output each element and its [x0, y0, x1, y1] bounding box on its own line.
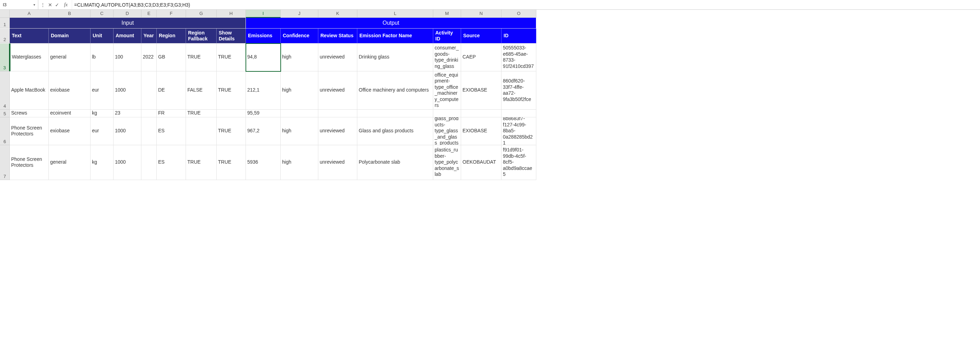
cancel-icon[interactable]: ✕ [48, 2, 52, 7]
menu-dots-icon[interactable]: ⋮ [40, 2, 45, 7]
cell[interactable]: high [281, 43, 318, 71]
cell[interactable]: 2022 [142, 43, 157, 71]
cell[interactable]: eur [91, 118, 113, 145]
cell[interactable]: EXIOBASE [461, 118, 501, 145]
row-header[interactable]: 2 [0, 29, 10, 43]
cell[interactable]: kg [91, 145, 113, 180]
cell[interactable]: Screws [10, 110, 49, 118]
cell[interactable]: TRUE [216, 71, 246, 110]
cell[interactable]: 94,8 [246, 43, 281, 71]
column-header[interactable]: J [281, 10, 318, 18]
column-header[interactable]: E [142, 10, 157, 18]
cell[interactable]: consumer_goods-type_drinking_glass [433, 43, 461, 71]
cell[interactable]: unreviewed [318, 118, 357, 145]
cell[interactable]: Phone Screen Protectors [10, 118, 49, 145]
cell[interactable]: 23 [113, 110, 142, 118]
cell[interactable]: plastics_rubber-type_polycarbonate_slab [433, 145, 461, 180]
cell[interactable]: ES [157, 118, 186, 145]
column-header[interactable]: A [10, 10, 49, 18]
column-header[interactable]: B [49, 10, 91, 18]
cell[interactable]: unreviewed [318, 43, 357, 71]
cell[interactable]: ecoinvent [49, 110, 91, 118]
cell[interactable]: Waterglasses [10, 43, 49, 71]
cell[interactable] [142, 118, 157, 145]
cell[interactable]: 100 [113, 43, 142, 71]
cell[interactable]: OEKOBAUDAT [461, 145, 501, 180]
cell[interactable]: unreviewed [318, 145, 357, 180]
row-header[interactable]: 7 [0, 145, 10, 180]
column-header[interactable]: L [357, 10, 433, 18]
cell[interactable] [216, 110, 246, 118]
cell[interactable]: Office machinery and computers [357, 71, 433, 110]
cell[interactable]: TRUE [186, 145, 216, 180]
cell[interactable]: TRUE [186, 43, 216, 71]
cell[interactable]: glass_products-type_glass_and_glass_prod… [433, 118, 461, 145]
cell[interactable]: office_equipment-type_office_machinery_c… [433, 71, 461, 110]
cell[interactable]: TRUE [216, 43, 246, 71]
cell[interactable]: exiobase [49, 118, 91, 145]
cell[interactable]: GB [157, 43, 186, 71]
cell[interactable]: 212,1 [246, 71, 281, 110]
cell[interactable]: lb [91, 43, 113, 71]
row-header[interactable]: 6 [0, 118, 10, 145]
cell[interactable]: TRUE [216, 145, 246, 180]
cell[interactable]: 1000 [113, 71, 142, 110]
cell[interactable]: 8b8683f7-f127-4c99-8ba5-0a288285bd21 [501, 118, 536, 145]
cell[interactable]: Drinking glass [357, 43, 433, 71]
formula-input[interactable]: =CLIMATIQ.AUTOPILOT(A3;B3;C3;D3;E3;F3;G3… [72, 0, 980, 10]
spreadsheet-grid[interactable]: ABCDEFGHIJKLMNO1InputOutput2TextDomainUn… [0, 10, 980, 180]
cell[interactable]: CAEP [461, 43, 501, 71]
fx-icon[interactable]: fx [62, 2, 70, 7]
column-header[interactable]: G [186, 10, 216, 18]
column-header[interactable]: K [318, 10, 357, 18]
cell[interactable]: f91d9f01-99db-4c5f-8cf5-a0bd9a8ccae5 [501, 145, 536, 180]
name-box[interactable]: I3 ▾ [0, 0, 38, 10]
row-header[interactable]: 5 [0, 110, 10, 118]
cell[interactable]: TRUE [186, 110, 216, 118]
cell[interactable]: 860df620-33f7-4ffe-aa72-9fa3b50f2fce [501, 71, 536, 110]
column-header[interactable]: H [216, 10, 246, 18]
cell[interactable]: TRUE [216, 118, 246, 145]
cell[interactable]: Phone Screen Protectors [10, 145, 49, 180]
column-header[interactable]: D [113, 10, 142, 18]
cell[interactable] [186, 118, 216, 145]
cell[interactable]: EXIOBASE [461, 71, 501, 110]
cell[interactable]: 5936 [246, 145, 281, 180]
cell[interactable]: general [49, 43, 91, 71]
cell[interactable] [433, 110, 461, 118]
cell[interactable]: 1000 [113, 118, 142, 145]
cell[interactable] [501, 110, 536, 118]
cell[interactable] [357, 110, 433, 118]
cell[interactable] [142, 71, 157, 110]
column-header[interactable]: N [461, 10, 501, 18]
cell[interactable]: DE [157, 71, 186, 110]
cell[interactable]: high [281, 145, 318, 180]
cell[interactable] [142, 145, 157, 180]
confirm-icon[interactable]: ✓ [55, 2, 59, 7]
cell[interactable]: unreviewed [318, 71, 357, 110]
cell[interactable]: 50555033-e685-45ae-8733-91f2410cd397 [501, 43, 536, 71]
cell[interactable]: kg [91, 110, 113, 118]
column-header[interactable]: O [501, 10, 536, 18]
cell[interactable]: eur [91, 71, 113, 110]
cell[interactable]: 95,59 [246, 110, 281, 118]
cell[interactable]: general [49, 145, 91, 180]
cell[interactable] [461, 110, 501, 118]
row-header[interactable]: 3 [0, 43, 10, 71]
cell[interactable] [318, 110, 357, 118]
cell[interactable]: 1000 [113, 145, 142, 180]
cell[interactable]: 967,2 [246, 118, 281, 145]
cell[interactable]: Apple MacBook [10, 71, 49, 110]
select-all-corner[interactable] [0, 10, 10, 18]
column-header[interactable]: M [433, 10, 461, 18]
cell[interactable]: Glass and glass products [357, 118, 433, 145]
column-header[interactable]: F [157, 10, 186, 18]
cell[interactable]: exiobase [49, 71, 91, 110]
cell[interactable] [281, 110, 318, 118]
cell[interactable]: ES [157, 145, 186, 180]
cell[interactable]: FALSE [186, 71, 216, 110]
cell[interactable]: Polycarbonate slab [357, 145, 433, 180]
cell[interactable]: high [281, 71, 318, 110]
cell[interactable]: high [281, 118, 318, 145]
column-header[interactable]: I [246, 10, 281, 18]
